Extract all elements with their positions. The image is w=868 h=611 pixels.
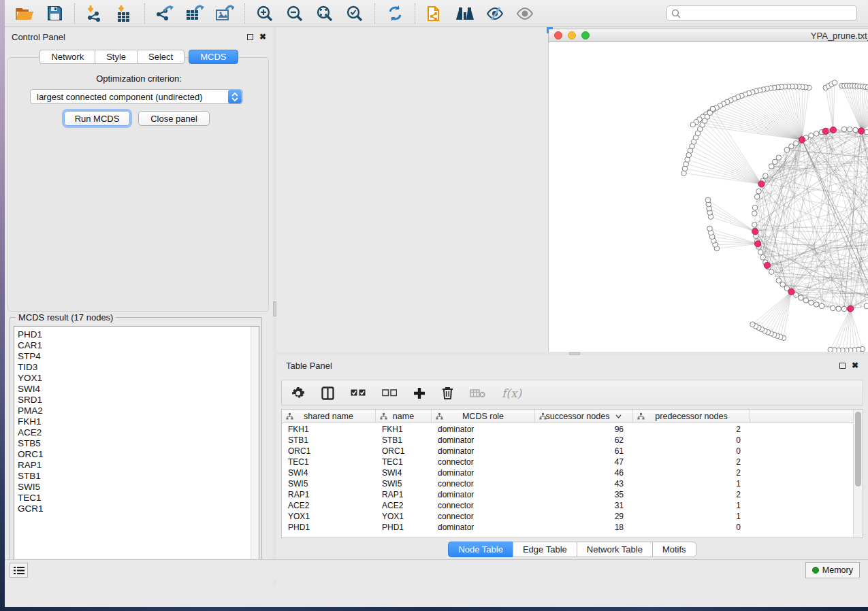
binoculars-icon[interactable] xyxy=(455,3,475,24)
network-node[interactable] xyxy=(756,188,762,194)
maximize-window-icon[interactable] xyxy=(581,31,590,39)
mcds-result-item[interactable]: SRD1 xyxy=(18,395,251,406)
network-node[interactable] xyxy=(864,303,868,309)
column-header-MCDS-role[interactable]: MCDS role xyxy=(432,410,535,423)
network-node[interactable] xyxy=(760,254,766,260)
tab-motifs[interactable]: Motifs xyxy=(652,542,696,557)
mcds-result-item[interactable]: PHD1 xyxy=(18,329,251,340)
network-window-titlebar[interactable]: YPA_prune.txt_1 xyxy=(548,29,868,42)
mcds-result-item[interactable]: CAR1 xyxy=(18,340,251,351)
mcds-hub-node[interactable] xyxy=(788,288,794,295)
refresh-icon[interactable] xyxy=(385,3,405,24)
document-share-icon[interactable] xyxy=(425,3,445,24)
network-graph[interactable] xyxy=(549,42,868,379)
mcds-result-item[interactable]: TEC1 xyxy=(18,493,251,503)
mcds-result-item[interactable]: ORC1 xyxy=(18,449,251,460)
add-column-icon[interactable] xyxy=(413,387,425,399)
gear-icon[interactable] xyxy=(291,386,305,400)
task-history-button[interactable] xyxy=(10,563,28,578)
mcds-result-item[interactable]: FKH1 xyxy=(18,416,251,427)
network-node[interactable] xyxy=(847,127,852,132)
mcds-result-item[interactable]: STB1 xyxy=(18,471,251,482)
network-node[interactable] xyxy=(772,159,777,165)
tab-mcds[interactable]: MCDS xyxy=(189,50,238,64)
tab-style[interactable]: Style xyxy=(95,50,137,64)
mcds-hub-node[interactable] xyxy=(830,127,836,133)
network-node[interactable] xyxy=(853,127,858,133)
network-node[interactable] xyxy=(752,211,757,216)
network-node[interactable] xyxy=(780,282,786,287)
function-builder-icon[interactable]: f(x) xyxy=(502,386,521,400)
table-vertical-scrollbar[interactable] xyxy=(853,410,863,538)
network-node[interactable] xyxy=(776,278,782,284)
table-row[interactable]: YOX1YOX1connector291 xyxy=(282,511,854,522)
import-table-icon[interactable] xyxy=(114,3,135,24)
network-node[interactable] xyxy=(758,250,763,255)
network-node[interactable] xyxy=(763,174,769,179)
select-all-icon[interactable] xyxy=(351,389,366,397)
mcds-result-item[interactable]: YOX1 xyxy=(18,373,251,384)
export-image-icon[interactable] xyxy=(214,3,235,24)
network-node[interactable] xyxy=(793,141,799,146)
table-row[interactable]: ACE2ACE2connector311 xyxy=(282,500,854,511)
mcds-result-item[interactable]: ACE2 xyxy=(18,427,251,438)
network-node[interactable] xyxy=(799,295,804,301)
float-panel-icon[interactable] xyxy=(839,363,846,369)
network-node[interactable] xyxy=(752,222,757,227)
open-folder-icon[interactable] xyxy=(14,3,35,24)
save-icon[interactable] xyxy=(44,3,65,24)
network-node[interactable] xyxy=(789,144,794,149)
table-row[interactable]: SWI4SWI4dominator462 xyxy=(282,467,854,478)
tab-network-table[interactable]: Network Table xyxy=(577,542,652,557)
zoom-selected-icon[interactable] xyxy=(344,3,365,24)
network-node[interactable] xyxy=(769,269,774,275)
delete-column-icon[interactable] xyxy=(442,386,453,399)
mcds-result-item[interactable]: GCR1 xyxy=(18,503,251,514)
column-header-successor-nodes[interactable]: successor nodes xyxy=(535,410,633,423)
table-row[interactable]: RAP1RAP1dominator352 xyxy=(282,489,854,500)
mcds-hub-node[interactable] xyxy=(764,262,770,268)
import-network-icon[interactable] xyxy=(84,3,105,24)
export-network-icon[interactable] xyxy=(155,3,175,24)
network-node[interactable] xyxy=(710,106,716,112)
network-node[interactable] xyxy=(776,155,782,161)
network-node[interactable] xyxy=(841,127,847,132)
eye-icon[interactable] xyxy=(515,3,535,24)
table-row[interactable]: ORC1ORC1dominator610 xyxy=(282,446,854,457)
close-panel-button[interactable]: Close panel xyxy=(138,111,210,126)
mcds-list-scrollbar[interactable] xyxy=(251,327,259,567)
delete-table-icon[interactable] xyxy=(470,389,485,398)
network-node[interactable] xyxy=(754,194,760,199)
memory-button[interactable]: Memory xyxy=(805,562,860,578)
mcds-result-item[interactable]: STP4 xyxy=(18,351,251,362)
scrollbar-thumb[interactable] xyxy=(855,412,861,486)
network-node[interactable] xyxy=(769,164,774,169)
deselect-all-icon[interactable] xyxy=(382,389,397,397)
network-node[interactable] xyxy=(803,298,809,303)
network-node[interactable] xyxy=(809,300,814,306)
network-node[interactable] xyxy=(814,302,819,308)
tab-edge-table[interactable]: Edge Table xyxy=(513,542,577,557)
mcds-result-item[interactable]: STB5 xyxy=(18,438,251,449)
float-panel-icon[interactable] xyxy=(247,34,253,40)
hide-eye-icon[interactable] xyxy=(485,3,505,24)
mcds-hub-node[interactable] xyxy=(848,306,854,312)
zoom-out-icon[interactable] xyxy=(285,3,305,24)
network-node[interactable] xyxy=(750,322,756,327)
table-row[interactable]: TEC1TEC1connector472 xyxy=(282,457,854,467)
table-row[interactable]: STB1STB1dominator620 xyxy=(282,435,854,446)
table-row[interactable]: SWI5SWI5connector431 xyxy=(282,478,854,489)
zoom-fit-icon[interactable] xyxy=(315,3,335,24)
network-node[interactable] xyxy=(705,197,711,203)
mcds-result-item[interactable]: PMA2 xyxy=(18,406,251,416)
network-node[interactable] xyxy=(831,306,836,311)
network-node[interactable] xyxy=(814,131,819,137)
mcds-result-item[interactable]: TID3 xyxy=(18,362,251,373)
close-panel-icon[interactable]: ✖ xyxy=(259,33,266,41)
network-node[interactable] xyxy=(784,147,790,152)
zoom-in-icon[interactable] xyxy=(255,3,275,24)
mcds-result-item[interactable]: RAP1 xyxy=(18,460,251,471)
table-row[interactable]: FKH1FKH1dominator962 xyxy=(282,424,854,435)
mcds-hub-node[interactable] xyxy=(799,137,805,143)
network-node[interactable] xyxy=(707,226,713,231)
